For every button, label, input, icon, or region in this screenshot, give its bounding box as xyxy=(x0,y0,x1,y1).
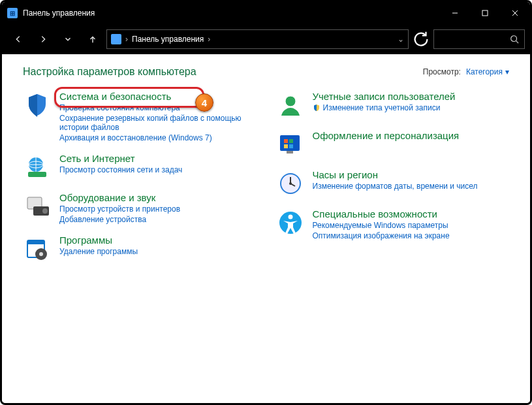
chevron-down-icon[interactable]: ⌄ xyxy=(398,35,404,44)
view-by-value: Категория xyxy=(466,67,503,76)
chevron-down-icon: ▾ xyxy=(505,67,509,76)
step-badge: 4 xyxy=(195,93,213,112)
navbar: › Панель управления › ⌄ xyxy=(2,24,530,54)
category-sublink[interactable]: Просмотр устройств и принтеров xyxy=(59,204,180,214)
category-user-accounts: Учетные записи пользователейИзменение ти… xyxy=(276,91,510,120)
search-icon xyxy=(510,35,519,44)
network-internet-icon xyxy=(23,153,52,182)
control-panel-window: ⊞ Панель управления › Панель управления … xyxy=(2,2,530,403)
category-title[interactable]: Оборудование и звук xyxy=(59,192,180,203)
category-sublink[interactable]: Архивация и восстановление (Windows 7) xyxy=(59,133,257,142)
category-network-internet: Сеть и ИнтернетПросмотр состояния сети и… xyxy=(23,153,257,182)
category-sublink[interactable]: Оптимизация изображения на экране xyxy=(313,231,450,240)
search-box[interactable] xyxy=(433,29,525,49)
svg-rect-9 xyxy=(28,172,46,177)
category-title[interactable]: Система и безопасность xyxy=(59,91,257,102)
category-title[interactable]: Оформление и персонализация xyxy=(313,130,460,141)
category-system-security: Система и безопасностьПроверка состояния… xyxy=(23,91,257,142)
chevron-right-icon: › xyxy=(208,35,210,44)
svg-point-5 xyxy=(511,36,517,42)
forward-button[interactable] xyxy=(32,28,54,50)
category-sublink[interactable]: Изменение форматов даты, времени и чисел xyxy=(313,182,478,191)
address-icon xyxy=(111,34,121,44)
view-by-label: Просмотр: xyxy=(423,67,461,76)
up-button[interactable] xyxy=(82,28,104,50)
view-by-dropdown[interactable]: Категория ▾ xyxy=(466,67,509,76)
svg-point-16 xyxy=(39,252,43,256)
system-security-icon xyxy=(23,91,52,120)
svg-point-30 xyxy=(288,215,292,219)
close-button[interactable] xyxy=(500,2,530,24)
breadcrumb-root[interactable]: Панель управления xyxy=(132,35,204,44)
minimize-button[interactable] xyxy=(440,2,470,24)
app-icon: ⊞ xyxy=(7,8,18,18)
address-bar[interactable]: › Панель управления › ⌄ xyxy=(106,29,409,49)
svg-rect-21 xyxy=(289,139,293,143)
category-title[interactable]: Сеть и Интернет xyxy=(59,153,182,164)
hardware-sound-icon xyxy=(23,192,52,221)
category-ease-of-access: Специальные возможностиРекомендуемые Win… xyxy=(276,208,510,240)
clock-region-icon xyxy=(276,169,305,198)
content-area: Настройка параметров компьютера Просмотр… xyxy=(2,54,530,403)
category-sublink[interactable]: Удаление программы xyxy=(59,247,138,256)
category-title[interactable]: Учетные записи пользователей xyxy=(313,91,456,102)
category-appearance: Оформление и персонализация xyxy=(276,130,510,159)
category-sublink[interactable]: Изменение типа учетной записи xyxy=(313,103,456,112)
category-sublink[interactable]: Добавление устройства xyxy=(59,215,180,224)
svg-rect-1 xyxy=(482,10,488,16)
user-accounts-icon xyxy=(276,91,305,120)
category-hardware-sound: Оборудование и звукПросмотр устройств и … xyxy=(23,192,257,224)
svg-rect-14 xyxy=(27,240,44,244)
category-title[interactable]: Часы и регион xyxy=(313,169,478,180)
svg-rect-24 xyxy=(287,151,293,154)
category-programs: ПрограммыУдаление программы xyxy=(23,235,257,263)
recent-locations-button[interactable] xyxy=(57,28,79,50)
window-title: Панель управления xyxy=(23,8,440,18)
refresh-button[interactable] xyxy=(411,29,431,49)
svg-rect-20 xyxy=(284,139,288,143)
svg-point-12 xyxy=(42,208,48,214)
ease-of-access-icon xyxy=(276,208,305,237)
category-title[interactable]: Программы xyxy=(59,235,138,246)
category-title[interactable]: Специальные возможности xyxy=(313,208,450,219)
category-sublink[interactable]: Сохранение резервных копий файлов с помо… xyxy=(59,114,257,132)
category-sublink[interactable]: Рекомендуемые Windows параметры xyxy=(313,221,450,230)
maximize-button[interactable] xyxy=(470,2,500,24)
programs-icon xyxy=(23,235,52,263)
view-by: Просмотр: Категория ▾ xyxy=(423,67,509,76)
appearance-icon xyxy=(276,130,305,159)
category-clock-region: Часы и регионИзменение форматов даты, вр… xyxy=(276,169,510,198)
titlebar: ⊞ Панель управления xyxy=(2,2,530,24)
svg-line-6 xyxy=(516,41,519,44)
svg-point-28 xyxy=(289,182,292,185)
svg-rect-22 xyxy=(284,144,288,148)
category-sublink[interactable]: Проверка состояния компьютера xyxy=(59,103,257,112)
chevron-right-icon: › xyxy=(125,35,128,44)
back-button[interactable] xyxy=(7,28,29,50)
category-sublink[interactable]: Просмотр состояния сети и задач xyxy=(59,165,182,174)
svg-rect-23 xyxy=(289,144,293,148)
page-heading: Настройка параметров компьютера xyxy=(23,66,196,78)
